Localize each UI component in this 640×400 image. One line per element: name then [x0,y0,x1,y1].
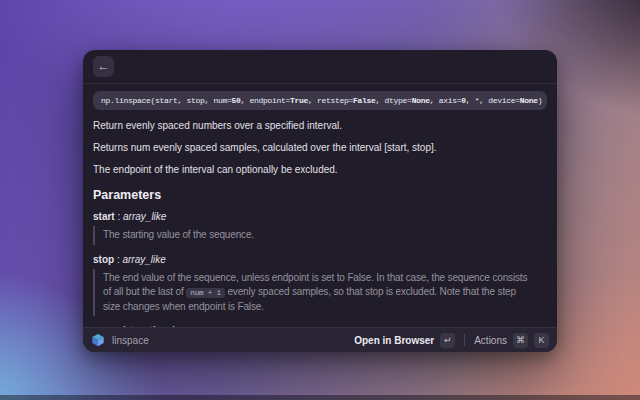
footer-divider [464,334,465,346]
param-stop: stop : array_like [93,254,547,265]
summary-line: Return evenly spaced numbers over a spec… [93,119,547,132]
window-header: ← [83,50,557,84]
k-key-icon: K [534,333,549,348]
context-label: linspace [112,335,149,346]
open-in-browser-button[interactable]: Open in Browser [354,335,434,346]
param-start: start : array_like [93,211,547,222]
window-footer: linspace Open in Browser ↵ Actions ⌘ K [83,327,557,352]
summary-line: Returns num evenly spaced samples, calcu… [93,141,547,154]
command-key-icon: ⌘ [513,333,528,348]
doc-content-scroll-area[interactable]: np.linspace(start, stop, num=50, endpoin… [83,84,557,327]
docs-viewer-window: ← np.linspace(start, stop, num=50, endpo… [83,50,557,352]
param-name: stop [93,254,114,265]
back-button[interactable]: ← [93,56,114,77]
return-key-icon: ↵ [440,333,455,348]
param-stop-description: The end value of the sequence, unless en… [93,269,533,317]
param-type: array_like [122,254,165,265]
summary-line: The endpoint of the interval can optiona… [93,163,547,176]
param-separator: : [115,211,123,222]
param-type: array_like [123,211,166,222]
numpy-logo-icon [91,333,105,347]
param-name: start [93,211,115,222]
actions-button[interactable]: Actions [474,335,507,346]
desktop-bottom-edge [0,395,640,400]
footer-context: linspace [91,333,149,347]
function-signature-code-block: np.linspace(start, stop, num=50, endpoin… [93,91,547,110]
footer-actions: Open in Browser ↵ Actions ⌘ K [354,333,549,348]
parameters-heading: Parameters [93,188,547,202]
param-start-description: The starting value of the sequence. [93,226,533,245]
